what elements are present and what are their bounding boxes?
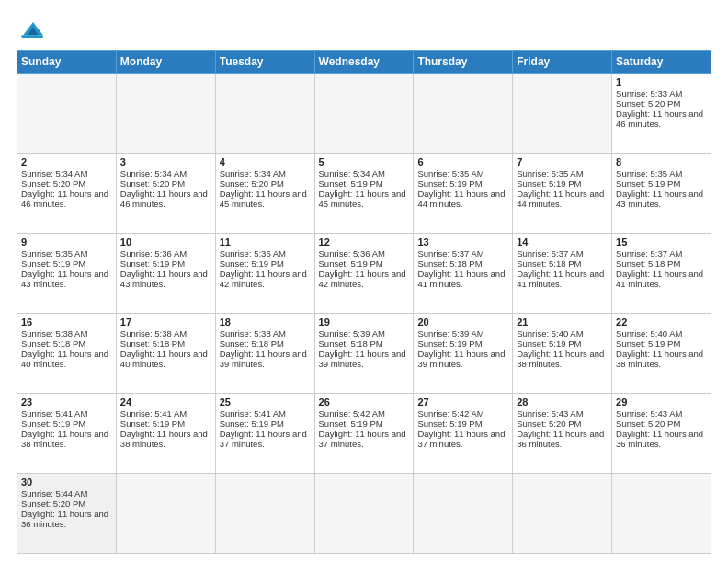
day-number: 17 — [120, 316, 211, 327]
sunset-text: Sunset: 5:19 PM — [417, 419, 508, 429]
day-number: 19 — [319, 316, 410, 327]
sunset-text: Sunset: 5:20 PM — [21, 499, 112, 509]
calendar-week-6: 30Sunrise: 5:44 AMSunset: 5:20 PMDayligh… — [17, 474, 711, 554]
sunset-text: Sunset: 5:20 PM — [21, 178, 112, 189]
day-number: 20 — [417, 316, 508, 327]
daylight-text: Daylight: 11 hours and 36 minutes. — [616, 429, 707, 449]
daylight-text: Daylight: 11 hours and 43 minutes. — [616, 189, 707, 209]
col-header-monday: Monday — [116, 51, 215, 74]
calendar-cell: 19Sunrise: 5:39 AMSunset: 5:18 PMDayligh… — [314, 314, 414, 394]
sunrise-text: Sunrise: 5:38 AM — [21, 328, 112, 339]
sunrise-text: Sunrise: 5:35 AM — [21, 248, 112, 259]
sunrise-text: Sunrise: 5:37 AM — [517, 248, 608, 259]
calendar-cell — [314, 474, 414, 554]
calendar-header-row: SundayMondayTuesdayWednesdayThursdayFrid… — [17, 51, 711, 74]
calendar-cell: 10Sunrise: 5:36 AMSunset: 5:19 PMDayligh… — [116, 234, 215, 314]
calendar-cell: 3Sunrise: 5:34 AMSunset: 5:20 PMDaylight… — [116, 154, 215, 234]
calendar-table: SundayMondayTuesdayWednesdayThursdayFrid… — [17, 50, 711, 554]
sunset-text: Sunset: 5:18 PM — [319, 339, 410, 349]
daylight-text: Daylight: 11 hours and 38 minutes. — [21, 429, 112, 449]
day-number: 12 — [319, 236, 410, 247]
daylight-text: Daylight: 11 hours and 42 minutes. — [319, 269, 410, 289]
calendar-cell: 21Sunrise: 5:40 AMSunset: 5:19 PMDayligh… — [513, 314, 612, 394]
calendar-cell — [215, 474, 314, 554]
day-number: 11 — [220, 236, 311, 247]
sunrise-text: Sunrise: 5:40 AM — [616, 328, 707, 339]
sunset-text: Sunset: 5:20 PM — [120, 178, 211, 189]
sunrise-text: Sunrise: 5:35 AM — [417, 168, 508, 178]
sunrise-text: Sunrise: 5:36 AM — [220, 248, 311, 259]
logo-icon — [17, 17, 50, 42]
sunset-text: Sunset: 5:20 PM — [517, 419, 608, 429]
calendar-cell: 12Sunrise: 5:36 AMSunset: 5:19 PMDayligh… — [314, 234, 414, 314]
sunset-text: Sunset: 5:19 PM — [21, 419, 112, 429]
day-number: 9 — [21, 236, 112, 247]
calendar-cell: 23Sunrise: 5:41 AMSunset: 5:19 PMDayligh… — [17, 394, 117, 474]
sunset-text: Sunset: 5:19 PM — [417, 339, 508, 349]
daylight-text: Daylight: 11 hours and 38 minutes. — [517, 349, 608, 369]
sunset-text: Sunset: 5:19 PM — [120, 259, 211, 269]
sunrise-text: Sunrise: 5:44 AM — [21, 488, 112, 499]
sunrise-text: Sunrise: 5:37 AM — [417, 248, 508, 259]
sunset-text: Sunset: 5:19 PM — [616, 178, 707, 189]
svg-rect-3 — [21, 35, 42, 38]
daylight-text: Daylight: 11 hours and 38 minutes. — [120, 429, 211, 449]
daylight-text: Daylight: 11 hours and 40 minutes. — [120, 349, 211, 369]
day-number: 8 — [616, 156, 707, 167]
daylight-text: Daylight: 11 hours and 44 minutes. — [417, 189, 508, 209]
calendar-cell: 7Sunrise: 5:35 AMSunset: 5:19 PMDaylight… — [513, 154, 612, 234]
sunset-text: Sunset: 5:20 PM — [220, 178, 311, 189]
day-number: 22 — [616, 316, 707, 327]
day-number: 13 — [417, 236, 508, 247]
day-number: 25 — [220, 396, 311, 408]
calendar-cell — [513, 474, 612, 554]
daylight-text: Daylight: 11 hours and 40 minutes. — [21, 349, 112, 369]
daylight-text: Daylight: 11 hours and 41 minutes. — [417, 269, 508, 289]
calendar-cell: 15Sunrise: 5:37 AMSunset: 5:18 PMDayligh… — [612, 234, 711, 314]
calendar-week-4: 16Sunrise: 5:38 AMSunset: 5:18 PMDayligh… — [17, 314, 711, 394]
calendar-cell: 20Sunrise: 5:39 AMSunset: 5:19 PMDayligh… — [414, 314, 513, 394]
day-number: 26 — [319, 396, 410, 408]
sunset-text: Sunset: 5:18 PM — [616, 259, 707, 269]
calendar-cell: 1Sunrise: 5:33 AMSunset: 5:20 PMDaylight… — [612, 74, 711, 154]
day-number: 6 — [417, 156, 508, 167]
day-number: 5 — [319, 156, 410, 167]
sunset-text: Sunset: 5:19 PM — [120, 419, 211, 429]
calendar-cell: 29Sunrise: 5:43 AMSunset: 5:20 PMDayligh… — [612, 394, 711, 474]
calendar-cell: 18Sunrise: 5:38 AMSunset: 5:18 PMDayligh… — [215, 314, 314, 394]
day-number: 28 — [517, 396, 608, 408]
sunset-text: Sunset: 5:20 PM — [616, 419, 707, 429]
calendar-week-5: 23Sunrise: 5:41 AMSunset: 5:19 PMDayligh… — [17, 394, 711, 474]
day-number: 27 — [417, 396, 508, 408]
sunrise-text: Sunrise: 5:40 AM — [517, 328, 608, 339]
calendar-cell — [116, 74, 215, 154]
logo — [17, 17, 53, 42]
calendar-cell — [17, 74, 117, 154]
daylight-text: Daylight: 11 hours and 43 minutes. — [120, 269, 211, 289]
sunrise-text: Sunrise: 5:41 AM — [21, 408, 112, 419]
daylight-text: Daylight: 11 hours and 45 minutes. — [220, 189, 311, 209]
sunrise-text: Sunrise: 5:35 AM — [517, 168, 608, 178]
calendar-cell — [116, 474, 215, 554]
daylight-text: Daylight: 11 hours and 43 minutes. — [21, 269, 112, 289]
col-header-tuesday: Tuesday — [215, 51, 314, 74]
col-header-friday: Friday — [513, 51, 612, 74]
day-number: 3 — [120, 156, 211, 167]
calendar-cell — [314, 74, 414, 154]
page: SundayMondayTuesdayWednesdayThursdayFrid… — [0, 0, 728, 563]
sunrise-text: Sunrise: 5:41 AM — [120, 408, 211, 419]
daylight-text: Daylight: 11 hours and 46 minutes. — [120, 189, 211, 209]
calendar-cell: 26Sunrise: 5:42 AMSunset: 5:19 PMDayligh… — [314, 394, 414, 474]
daylight-text: Daylight: 11 hours and 44 minutes. — [517, 189, 608, 209]
day-number: 29 — [616, 396, 707, 408]
day-number: 14 — [517, 236, 608, 247]
sunrise-text: Sunrise: 5:43 AM — [616, 408, 707, 419]
sunset-text: Sunset: 5:19 PM — [319, 259, 410, 269]
col-header-sunday: Sunday — [17, 51, 117, 74]
sunset-text: Sunset: 5:18 PM — [220, 339, 311, 349]
daylight-text: Daylight: 11 hours and 46 minutes. — [616, 109, 707, 129]
sunset-text: Sunset: 5:20 PM — [616, 98, 707, 109]
calendar-cell: 22Sunrise: 5:40 AMSunset: 5:19 PMDayligh… — [612, 314, 711, 394]
sunrise-text: Sunrise: 5:34 AM — [319, 168, 410, 178]
calendar-cell — [612, 474, 711, 554]
